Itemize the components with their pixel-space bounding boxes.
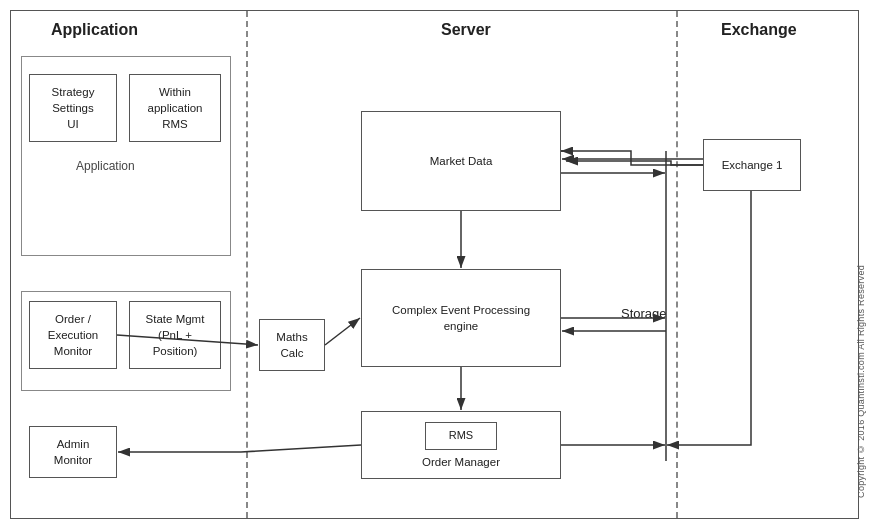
market-data-box: Market Data [361,111,561,211]
order-manager-box: RMS Order Manager [361,411,561,479]
exchange1-box: Exchange 1 [703,139,801,191]
strategy-settings-box: StrategySettingsUI [29,74,117,142]
rms-inner-box: RMS [425,422,497,450]
maths-calc-box: MathsCalc [259,319,325,371]
diagram-container: Application Server Exchange StrategySett… [10,10,859,519]
copyright-text: Copyright © 2016 QuantInsti.com All Righ… [856,265,866,498]
divider-left [246,11,248,518]
svg-line-3 [325,318,360,345]
exchange-section-label: Exchange [721,21,797,39]
server-section-label: Server [441,21,491,39]
state-mgmt-label: State Mgmt(PnL +Position) [146,311,205,359]
application-text-label: Application [76,159,135,173]
divider-right [676,11,678,518]
order-manager-label: Order Manager [422,454,500,470]
within-app-rms-box: WithinapplicationRMS [129,74,221,142]
exchange1-label: Exchange 1 [722,157,783,173]
cep-engine-box: Complex Event Processingengine [361,269,561,367]
admin-monitor-label: AdminMonitor [54,436,92,468]
cep-engine-label: Complex Event Processingengine [392,302,530,334]
order-execution-label: Order /ExecutionMonitor [48,311,99,359]
maths-calc-label: MathsCalc [276,329,307,361]
copyright-wrapper: Copyright © 2016 QuantInsti.com All Righ… [838,11,858,518]
within-app-rms-label: WithinapplicationRMS [148,84,203,132]
strategy-settings-label: StrategySettingsUI [52,84,95,132]
order-execution-box: Order /ExecutionMonitor [29,301,117,369]
admin-monitor-box: AdminMonitor [29,426,117,478]
storage-label: Storage [621,306,667,321]
application-section-label: Application [51,21,138,39]
rms-label: RMS [449,428,473,443]
state-mgmt-box: State Mgmt(PnL +Position) [129,301,221,369]
market-data-label: Market Data [430,153,493,169]
